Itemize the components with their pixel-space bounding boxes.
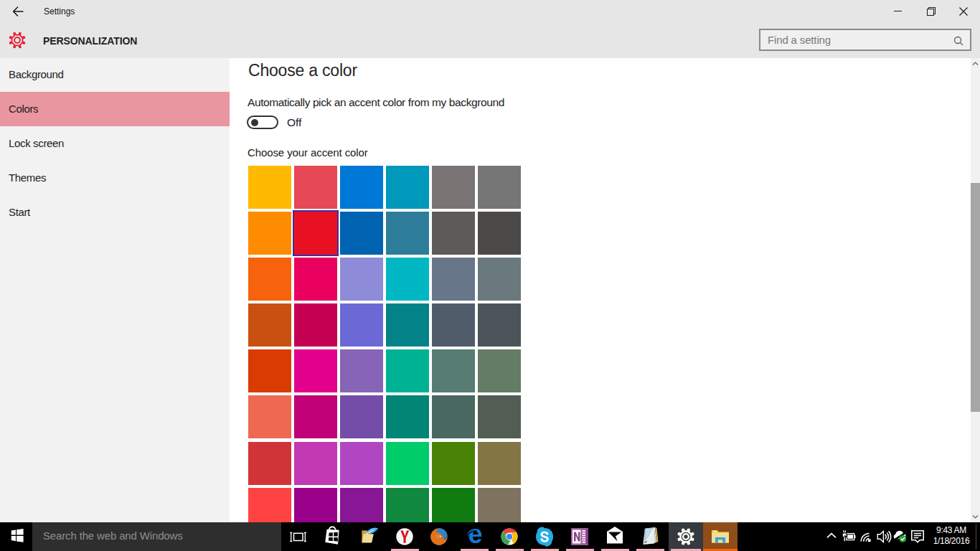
svg-text:e: e [468,522,483,549]
